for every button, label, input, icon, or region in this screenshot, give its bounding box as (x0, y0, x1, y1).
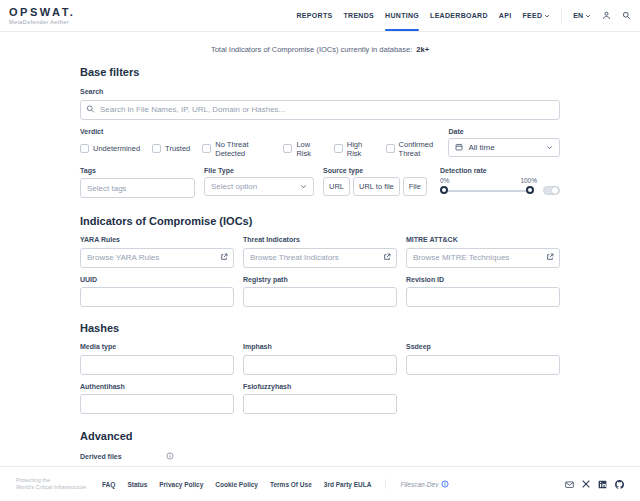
verdict-label: Verdict (80, 128, 448, 135)
chevron-down-icon (300, 183, 307, 190)
checkbox-icon (283, 144, 292, 153)
source-type-url-to-file-button[interactable]: URL to file (353, 177, 400, 196)
nav-api[interactable]: API (499, 0, 512, 31)
logo-subtitle: MetaDefender Aether (9, 19, 75, 25)
toggle-knob (552, 187, 559, 194)
date-select[interactable]: All time (448, 138, 560, 157)
language-selector[interactable]: EN (573, 12, 591, 19)
footer-link-privacy-policy[interactable]: Privacy Policy (159, 481, 203, 488)
nav-feed[interactable]: FEED (522, 0, 550, 31)
detection-rate-min: 0% (440, 177, 449, 184)
authentihash-group: Authentihash (80, 383, 234, 415)
verdict-checkbox-trusted[interactable]: Trusted (152, 144, 190, 153)
chevron-down-icon (546, 144, 553, 151)
source-type-label: Source type (323, 167, 415, 174)
detection-rate-slider[interactable] (440, 186, 534, 195)
hunting-filter-form: Total Indicators of Compromise (IOCs) cu… (80, 45, 560, 476)
ioc-total-text: Total Indicators of Compromise (IOCs) cu… (211, 45, 412, 54)
authentihash-input[interactable] (80, 394, 234, 414)
registry-path-label: Registry path (243, 276, 397, 283)
chevron-down-icon (544, 13, 550, 19)
nav-leaderboard[interactable]: LEADERBOARD (430, 0, 488, 31)
info-icon[interactable] (166, 452, 174, 460)
tags-group: Tags (80, 167, 195, 199)
slider-handle-max[interactable] (526, 186, 534, 194)
registry-path-input[interactable] (243, 287, 397, 307)
date-value: All time (468, 143, 541, 152)
detection-rate-label: Detection rate (440, 167, 560, 174)
advanced-heading: Advanced (80, 430, 560, 442)
authentihash-label: Authentihash (80, 383, 234, 390)
external-link-icon[interactable] (546, 253, 554, 261)
imphash-group: Imphash (243, 343, 397, 375)
checkbox-icon (334, 144, 343, 153)
search-input[interactable] (80, 100, 560, 120)
threat-indicators-input[interactable] (243, 248, 397, 268)
revision-id-input[interactable] (406, 287, 560, 307)
nav-reports[interactable]: REPORTS (297, 0, 333, 31)
search-icon (622, 11, 631, 20)
mitre-attack-input[interactable] (406, 248, 560, 268)
verdict-checkbox-confirmed-threat[interactable]: Confirmed Threat (386, 140, 449, 158)
external-link-icon[interactable] (383, 253, 391, 261)
fsiofuzzyhash-label: Fsiofuzzyhash (243, 383, 397, 390)
ssdeep-input[interactable] (406, 355, 560, 375)
threat-indicators-group: Threat Indicators (243, 236, 397, 268)
search-label: Search (80, 88, 560, 95)
footer-link-cookie-policy[interactable]: Cookie Policy (215, 481, 258, 488)
nav-trends[interactable]: TRENDS (343, 0, 374, 31)
slider-handle-min[interactable] (440, 186, 448, 194)
nav-divider (561, 9, 562, 23)
source-type-file-button[interactable]: File (403, 177, 427, 196)
opswat-logo[interactable]: OPSWAT. MetaDefender Aether (9, 6, 75, 25)
revision-id-group: Revision ID (406, 276, 560, 308)
footer-link-status[interactable]: Status (127, 481, 147, 488)
yara-rules-group: YARA Rules (80, 236, 234, 268)
x-twitter-icon[interactable] (582, 480, 590, 488)
chevron-down-icon (585, 13, 591, 19)
slider-track (442, 190, 532, 192)
footer-tagline: Protecting the World's Critical Infrastr… (16, 477, 88, 492)
fsiofuzzyhash-input[interactable] (243, 394, 397, 414)
footer-link-3rd-party-eula[interactable]: 3rd Party EULA (324, 481, 372, 488)
language-label: EN (573, 12, 583, 19)
ioc-total-summary: Total Indicators of Compromise (IOCs) cu… (80, 45, 560, 54)
external-link-icon[interactable] (220, 253, 228, 261)
app-header: OPSWAT. MetaDefender Aether REPORTS TREN… (0, 0, 640, 32)
verdict-group: Verdict Undetermined Trusted No Threat D… (80, 128, 448, 158)
verdict-checkbox-high-risk[interactable]: High Risk (334, 140, 374, 158)
user-account-button[interactable] (602, 11, 611, 20)
tags-input[interactable] (80, 178, 195, 198)
footer-link-faq[interactable]: FAQ (102, 481, 115, 488)
environment-badge[interactable]: Filescan-Dev (400, 480, 449, 488)
footer-link-terms-of-use[interactable]: Terms Of Use (270, 481, 312, 488)
verdict-checkbox-undetermined[interactable]: Undetermined (80, 144, 140, 153)
yara-rules-input[interactable] (80, 248, 234, 268)
imphash-input[interactable] (243, 355, 397, 375)
nav-hunting[interactable]: HUNTING (385, 0, 419, 31)
ioc-total-count: 2k+ (416, 45, 429, 54)
mitre-attack-group: MITRE ATT&CK (406, 236, 560, 268)
email-icon[interactable] (565, 480, 574, 489)
uuid-input[interactable] (80, 287, 234, 307)
source-type-url-button[interactable]: URL (323, 177, 350, 196)
verdict-checkbox-low-risk[interactable]: Low Risk (283, 140, 321, 158)
media-type-group: Media type (80, 343, 234, 375)
base-filters-heading: Base filters (80, 66, 560, 78)
verdict-checkbox-no-threat[interactable]: No Threat Detected (202, 140, 271, 158)
file-type-value: Select option (211, 182, 295, 191)
uuid-group: UUID (80, 276, 234, 308)
file-type-select[interactable]: Select option (204, 177, 314, 196)
media-type-input[interactable] (80, 355, 234, 375)
github-icon[interactable] (615, 480, 624, 489)
linkedin-icon[interactable] (598, 480, 607, 489)
main-nav: REPORTS TRENDS HUNTING LEADERBOARD API F… (297, 0, 631, 31)
yara-rules-label: YARA Rules (80, 236, 234, 243)
source-type-group: Source type URL URL to file File (323, 167, 415, 199)
checkbox-icon (202, 144, 211, 153)
app-footer: Protecting the World's Critical Infrastr… (0, 466, 640, 501)
detection-rate-toggle[interactable] (543, 186, 560, 195)
registry-path-group: Registry path (243, 276, 397, 308)
header-search-button[interactable] (622, 11, 631, 20)
derived-files-label: Derived files (80, 453, 166, 460)
